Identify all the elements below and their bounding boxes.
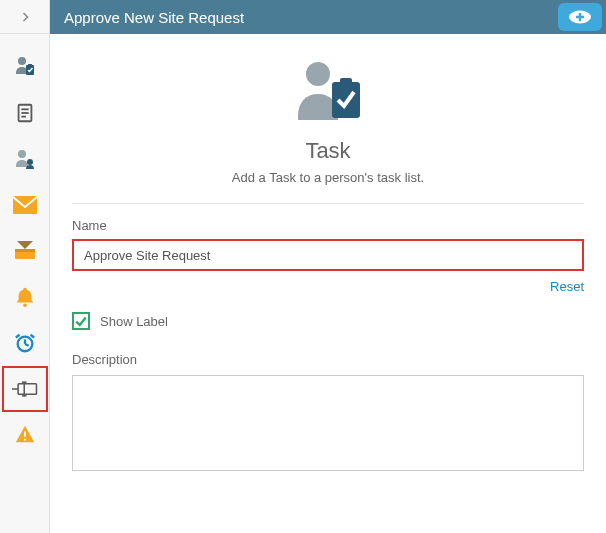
svg-point-7: [18, 150, 26, 158]
name-input[interactable]: [72, 239, 584, 271]
svg-rect-19: [18, 384, 36, 395]
inbox-icon: [13, 241, 37, 261]
show-label-checkbox[interactable]: [72, 312, 90, 330]
add-pill-icon: [568, 10, 592, 24]
task-hero-icon: [288, 56, 368, 128]
rail-item-form-field[interactable]: [2, 366, 48, 412]
checkmark-icon: [74, 314, 88, 328]
chevron-right-icon: [19, 11, 31, 23]
svg-rect-25: [24, 439, 26, 441]
rail-item-inbox[interactable]: [2, 228, 48, 274]
svg-line-16: [25, 344, 29, 346]
warning-icon: [14, 424, 36, 446]
reset-link[interactable]: Reset: [550, 279, 584, 294]
hero-section: Task Add a Task to a person's task list.: [72, 56, 584, 185]
hero-title: Task: [305, 138, 350, 164]
rail-item-assign-user[interactable]: [2, 136, 48, 182]
sidebar-expand-button[interactable]: [0, 0, 49, 34]
svg-rect-24: [24, 431, 26, 437]
svg-marker-10: [17, 241, 33, 249]
clock-icon: [14, 332, 36, 354]
show-label-text: Show Label: [100, 314, 168, 329]
svg-point-8: [27, 159, 33, 165]
main-panel: Approve New Site Request Task: [50, 0, 606, 533]
assign-user-icon: [13, 147, 37, 171]
rail-item-person-checklist[interactable]: [2, 44, 48, 90]
form-field-icon: [12, 380, 38, 398]
add-action-button[interactable]: [558, 3, 602, 31]
rail-item-warning[interactable]: [2, 412, 48, 458]
svg-rect-12: [15, 249, 35, 252]
svg-line-18: [30, 335, 34, 338]
divider: [72, 203, 584, 204]
person-checklist-icon: [13, 55, 37, 79]
description-input[interactable]: [72, 375, 584, 471]
hero-subtitle: Add a Task to a person's task list.: [232, 170, 424, 185]
description-label: Description: [72, 352, 584, 367]
panel-title: Approve New Site Request: [50, 9, 552, 26]
name-label: Name: [72, 218, 584, 233]
svg-point-0: [18, 57, 26, 65]
rail-item-bell[interactable]: [2, 274, 48, 320]
mail-icon: [13, 196, 37, 214]
panel-header: Approve New Site Request: [50, 0, 606, 34]
sidebar-rail: [0, 0, 50, 533]
rail-item-clock[interactable]: [2, 320, 48, 366]
document-icon: [14, 102, 36, 124]
svg-line-17: [15, 335, 19, 338]
svg-rect-2: [28, 64, 32, 67]
rail-item-mail[interactable]: [2, 182, 48, 228]
bell-icon: [14, 286, 36, 308]
rail-item-document[interactable]: [2, 90, 48, 136]
svg-point-13: [23, 303, 27, 307]
svg-point-29: [306, 62, 330, 86]
svg-rect-31: [340, 78, 352, 86]
